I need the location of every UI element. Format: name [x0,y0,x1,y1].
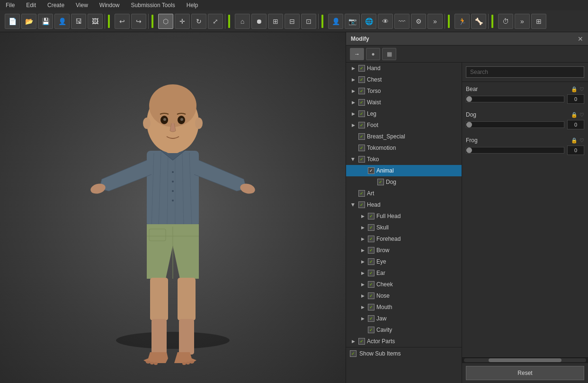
tree-checkbox-art[interactable]: ✓ [358,190,365,197]
render-button[interactable]: 🖼 [88,14,103,29]
frame-button[interactable]: ⌂ [235,14,250,29]
tree-checkbox-nose[interactable]: ✓ [368,292,374,299]
horizontal-scroll-thumb[interactable] [489,358,562,362]
tree-item-art[interactable]: ✓Art [346,188,462,199]
tree-item-nose[interactable]: ▶✓Nose [346,290,462,301]
morph-value-bear[interactable]: 0 [567,94,584,104]
pose-button[interactable]: 🏃 [454,14,470,29]
tree-arrow-art[interactable] [350,190,356,197]
frame-all-button[interactable]: ⊞ [531,14,546,29]
tree-checkbox-ear[interactable]: ✓ [368,270,374,276]
tree-arrow-cheek[interactable]: ▶ [359,281,366,288]
morph-heart-icon-frog[interactable]: ♡ [579,137,584,144]
tree-arrow-animal[interactable] [359,167,366,174]
tree-item-forehead[interactable]: ▶✓Forehead [346,233,462,245]
tree-item-full-head[interactable]: ▶✓Full Head [346,210,462,222]
save-button[interactable]: 💾 [38,14,53,29]
new-button[interactable]: 📄 [5,14,20,29]
tree-checkbox-actor-parts[interactable]: ✓ [358,338,365,345]
viewport[interactable] [0,32,346,383]
tree-checkbox-hand[interactable]: ✓ [358,65,365,72]
tree-arrow-leg[interactable]: ▶ [350,110,356,117]
morph-value-frog[interactable]: 0 [567,146,584,155]
tree-checkbox-jaw[interactable]: ✓ [368,315,374,322]
move-tool-button[interactable]: ✛ [175,14,190,29]
tree-arrow-tokomotion[interactable] [350,145,356,151]
tree-item-cavity[interactable]: ✓Cavity [346,324,462,336]
timeline-button[interactable]: ⏱ [498,14,513,29]
morph-lock-icon-dog[interactable]: 🔒 [571,112,578,118]
tree-arrow-cavity[interactable] [359,327,366,333]
add-node-button[interactable]: ⊞ [268,14,283,29]
tree-checkbox-waist[interactable]: ✓ [358,99,365,106]
cloth-button[interactable]: 〰 [394,14,410,29]
morph-lock-icon-bear[interactable]: 🔒 [571,86,578,92]
tree-arrow-toko[interactable]: ▶ [350,156,356,163]
tree-checkbox-cheek[interactable]: ✓ [368,281,374,288]
tree-checkbox-toko[interactable]: ✓ [358,156,365,163]
tree-arrow-full-head[interactable]: ▶ [359,213,366,219]
morph-slider-dog[interactable] [466,121,564,128]
tree-panel[interactable]: ▶✓Hand▶✓Chest▶✓Torso▶✓Waist▶✓Leg▶✓Foot✓B… [346,63,462,383]
tree-arrow-chest[interactable]: ▶ [350,76,356,83]
menu-help[interactable]: Help [185,1,200,9]
horizontal-scroll-track[interactable] [464,358,586,362]
menu-edit[interactable]: Edit [24,1,38,9]
tree-arrow-forehead[interactable]: ▶ [359,236,366,242]
figure-button[interactable]: 👤 [54,14,70,29]
menu-file[interactable]: File [4,1,17,9]
tree-arrow-waist[interactable]: ▶ [350,99,356,106]
rotate-tool-button[interactable]: ↻ [191,14,206,29]
tab-material[interactable]: ● [366,48,380,60]
tree-item-jaw[interactable]: ▶✓Jaw [346,313,462,324]
menu-view[interactable]: View [74,1,90,9]
morph-value-dog[interactable]: 0 [567,120,584,129]
tree-item-ear[interactable]: ▶✓Ear [346,267,462,279]
tree-arrow-foot[interactable]: ▶ [350,122,356,128]
menu-window[interactable]: Window [98,1,122,9]
settings-button[interactable]: ⚙ [411,14,426,29]
tree-item-mouth[interactable]: ▶✓Mouth [346,301,462,313]
morph-slider-thumb-bear[interactable] [466,96,472,102]
menu-submission-tools[interactable]: Submission Tools [129,1,177,9]
perspective-button[interactable]: 🌐 [361,14,376,29]
tree-checkbox-cavity[interactable]: ✓ [368,327,374,333]
morph-heart-icon-dog[interactable]: ♡ [579,112,584,118]
tree-item-cheek[interactable]: ▶✓Cheek [346,279,462,290]
tree-item-waist[interactable]: ▶✓Waist [346,97,462,108]
tree-checkbox-tokomotion[interactable]: ✓ [358,145,365,151]
tree-checkbox-mouth[interactable]: ✓ [368,304,374,310]
tree-item-foot[interactable]: ▶✓Foot [346,119,462,131]
select-tool-button[interactable]: ⬡ [158,14,173,29]
tab-morph[interactable]: → [350,48,364,60]
morph-slider-frog[interactable] [466,147,564,154]
reset-button[interactable]: Reset [466,366,584,380]
tree-item-skull[interactable]: ▶✓Skull [346,222,462,233]
tree-item-head[interactable]: ▶✓Head [346,199,462,210]
morph-heart-icon-bear[interactable]: ♡ [579,86,584,92]
node-opt-button[interactable]: ⊟ [285,14,300,29]
tree-checkbox-eye[interactable]: ✓ [368,258,374,265]
close-button[interactable]: ✕ [578,35,583,43]
tree-item-brow[interactable]: ▶✓Brow [346,245,462,256]
record-button[interactable]: ⏺ [251,14,267,29]
morph-slider-bear[interactable] [466,96,564,102]
tree-item-eye[interactable]: ▶✓Eye [346,256,462,267]
figure-view-button[interactable]: 👤 [328,14,343,29]
tree-checkbox-skull[interactable]: ✓ [368,224,374,231]
tree-checkbox-breast-special[interactable]: ✓ [358,133,365,140]
search-input[interactable] [466,66,584,78]
redo-button[interactable]: ↪ [131,14,146,29]
tree-item-tokomotion[interactable]: ✓Tokomotion [346,142,462,154]
tree-item-leg[interactable]: ▶✓Leg [346,108,462,119]
morph-slider-thumb-frog[interactable] [466,147,472,153]
morph-slider-thumb-dog[interactable] [466,122,472,128]
tree-arrow-brow[interactable]: ▶ [359,247,366,254]
tree-arrow-torso[interactable]: ▶ [350,88,356,94]
tree-checkbox-leg[interactable]: ✓ [358,110,365,117]
timeline-more-button[interactable]: » [515,14,530,29]
tree-checkbox-chest[interactable]: ✓ [358,76,365,83]
tree-checkbox-head[interactable]: ✓ [358,201,365,208]
tree-checkbox-foot[interactable]: ✓ [358,122,365,128]
save-scene-button[interactable]: 🖫 [71,14,86,29]
